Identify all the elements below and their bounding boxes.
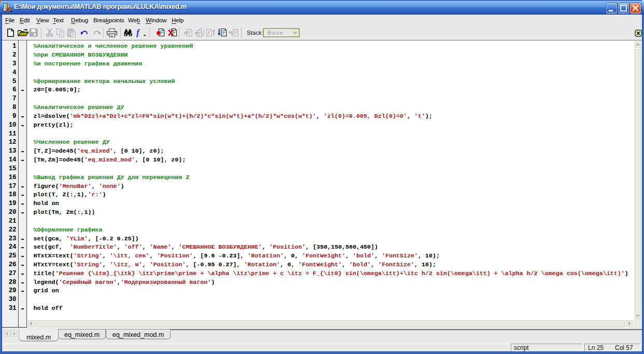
- svg-text:f: f: [136, 28, 141, 37]
